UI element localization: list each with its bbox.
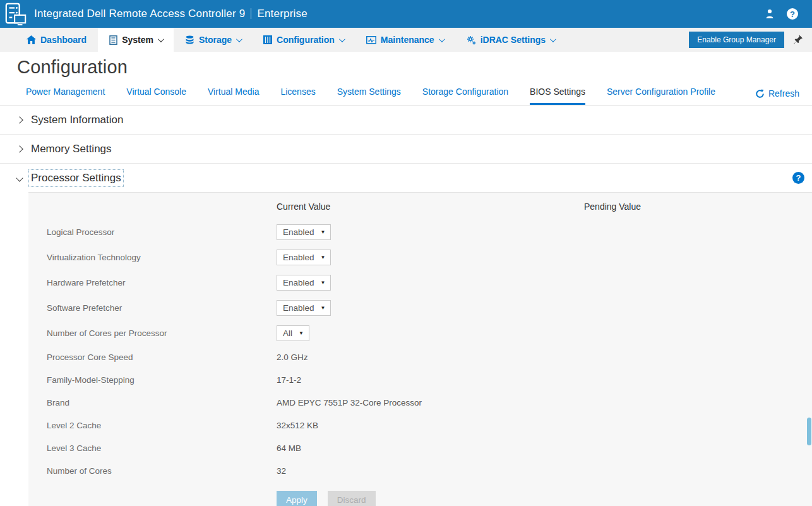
nav-storage[interactable]: Storage xyxy=(174,28,252,52)
cores-per-processor-select[interactable]: All ▼ xyxy=(277,325,309,341)
row-virtualization-technology: Virtualization Technology Enabled ▼ xyxy=(47,244,812,270)
row-family-model-stepping: Family-Model-Stepping 17-1-2 xyxy=(47,368,812,391)
select-value: Enabled xyxy=(283,278,314,287)
row-value: 17-1-2 xyxy=(277,375,584,385)
tab-bios-settings[interactable]: BIOS Settings xyxy=(530,81,585,105)
row-cores-per-processor: Number of Cores per Processor All ▼ xyxy=(47,320,812,346)
tab-server-configuration-profile[interactable]: Server Configuration Profile xyxy=(607,81,715,105)
caret-down-icon: ▼ xyxy=(321,255,326,260)
user-icon[interactable] xyxy=(764,8,775,20)
row-level-2-cache: Level 2 Cache 32x512 KB xyxy=(47,414,812,437)
apply-button[interactable]: Apply xyxy=(277,491,317,506)
server-icon xyxy=(109,35,117,45)
nav-label: iDRAC Settings xyxy=(481,35,546,45)
select-value: Enabled xyxy=(283,253,314,262)
row-label: Processor Core Speed xyxy=(47,352,277,362)
app-title-text: Integrated Dell Remote Access Controller… xyxy=(34,8,245,20)
row-label: Level 2 Cache xyxy=(47,421,277,430)
section-processor-settings[interactable]: Processor Settings ? xyxy=(0,164,812,192)
chevron-down-icon xyxy=(158,36,164,42)
row-value: 32x512 KB xyxy=(277,421,584,430)
select-value: All xyxy=(283,328,292,338)
storage-icon xyxy=(185,35,194,44)
row-value: 32 xyxy=(277,466,584,476)
row-number-of-cores: Number of Cores 32 xyxy=(47,459,812,482)
section-memory-settings[interactable]: Memory Settings xyxy=(0,135,812,163)
section-system-information[interactable]: System Information xyxy=(0,105,812,134)
row-label: Number of Cores per Processor xyxy=(47,328,277,338)
tab-storage-configuration[interactable]: Storage Configuration xyxy=(422,81,508,105)
nav-label: Dashboard xyxy=(40,35,87,45)
tab-virtual-media[interactable]: Virtual Media xyxy=(208,81,259,105)
virtualization-technology-select[interactable]: Enabled ▼ xyxy=(277,250,331,265)
row-software-prefetcher: Software Prefetcher Enabled ▼ xyxy=(47,295,812,320)
row-processor-core-speed: Processor Core Speed 2.0 GHz xyxy=(47,346,812,368)
section-help-icon[interactable]: ? xyxy=(792,172,804,184)
chevron-down-icon xyxy=(550,36,556,42)
app-title: Integrated Dell Remote Access Controller… xyxy=(34,8,307,20)
nav-configuration[interactable]: Configuration xyxy=(252,28,355,52)
scrollbar-thumb[interactable] xyxy=(807,418,811,445)
nav-maintenance[interactable]: Maintenance xyxy=(355,28,455,52)
pin-icon[interactable] xyxy=(793,34,803,45)
row-label: Brand xyxy=(47,398,277,407)
discard-button[interactable]: Discard xyxy=(328,491,376,506)
refresh-button[interactable]: Refresh xyxy=(755,88,799,105)
current-value-header: Current Value xyxy=(277,202,584,219)
hardware-prefetcher-select[interactable]: Enabled ▼ xyxy=(277,275,331,291)
row-label: Hardware Prefetcher xyxy=(47,278,277,287)
tab-licenses[interactable]: Licenses xyxy=(280,81,315,105)
chevron-down-icon xyxy=(236,36,242,42)
row-value: AMD EPYC 7551P 32-Core Processor xyxy=(277,398,584,407)
page-title: Configuration xyxy=(17,57,812,78)
row-label: Software Prefetcher xyxy=(47,303,277,313)
gears-icon xyxy=(466,35,476,45)
nav-label: System xyxy=(122,35,153,45)
row-label: Logical Processor xyxy=(47,227,277,237)
tab-system-settings[interactable]: System Settings xyxy=(337,81,401,105)
caret-down-icon: ▼ xyxy=(299,330,304,336)
refresh-icon xyxy=(755,89,765,99)
nav-label: Maintenance xyxy=(381,35,434,45)
software-prefetcher-select[interactable]: Enabled ▼ xyxy=(277,300,331,316)
pending-value-header: Pending Value xyxy=(584,202,812,219)
idrac-logo-icon xyxy=(4,2,28,26)
logical-processor-select[interactable]: Enabled ▼ xyxy=(277,224,331,240)
app-header: Integrated Dell Remote Access Controller… xyxy=(0,0,812,28)
monitor-wave-icon xyxy=(366,36,376,44)
chevron-right-icon xyxy=(16,116,23,123)
title-separator xyxy=(251,8,251,19)
nav-label: Storage xyxy=(199,35,232,45)
chevron-down-icon xyxy=(439,36,445,42)
row-label: Virtualization Technology xyxy=(47,253,277,262)
caret-down-icon: ▼ xyxy=(321,305,326,311)
tab-power-management[interactable]: Power Management xyxy=(26,81,105,105)
row-label: Number of Cores xyxy=(47,466,277,476)
nav-system[interactable]: System xyxy=(98,28,174,52)
grid-icon xyxy=(263,35,272,44)
chevron-down-icon xyxy=(16,174,23,181)
caret-down-icon: ▼ xyxy=(321,280,326,286)
select-value: Enabled xyxy=(283,227,314,237)
help-icon[interactable]: ? xyxy=(787,8,798,20)
section-label: Processor Settings xyxy=(31,172,121,184)
refresh-label: Refresh xyxy=(768,88,799,99)
app-edition: Enterprise xyxy=(257,8,307,20)
select-value: Enabled xyxy=(283,303,314,313)
chevron-right-icon xyxy=(16,145,23,152)
enable-group-manager-button[interactable]: Enable Group Manager xyxy=(689,32,784,48)
row-value: 2.0 GHz xyxy=(277,352,584,362)
row-brand: Brand AMD EPYC 7551P 32-Core Processor xyxy=(47,391,812,414)
nav-label: Configuration xyxy=(277,35,335,45)
main-nav: Dashboard System Storage Configuration M… xyxy=(0,28,812,52)
nav-dashboard[interactable]: Dashboard xyxy=(15,28,98,52)
caret-down-icon: ▼ xyxy=(321,229,326,235)
row-label: Level 3 Cache xyxy=(47,443,277,453)
section-label: Memory Settings xyxy=(31,143,112,155)
nav-idrac-settings[interactable]: iDRAC Settings xyxy=(455,28,566,52)
section-label: System Information xyxy=(31,114,123,126)
home-icon xyxy=(27,35,36,44)
row-value: 64 MB xyxy=(277,443,584,453)
chevron-down-icon xyxy=(339,36,345,42)
tab-virtual-console[interactable]: Virtual Console xyxy=(126,81,186,105)
